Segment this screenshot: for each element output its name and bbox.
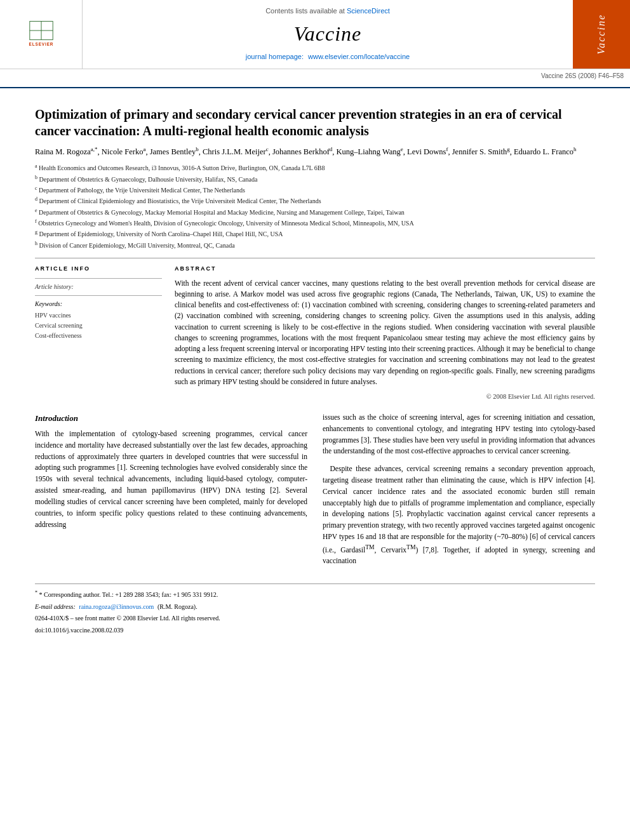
author-3: James Bentleyb	[150, 147, 199, 156]
author-8: Jennifer S. Smithg	[452, 147, 510, 156]
email-note: E-mail address: raina.rogoza@i3innovus.c…	[35, 602, 595, 611]
info-abstract-section: ARTICLE INFO Article history: Keywords: …	[35, 265, 595, 402]
affil-f: f Obstetrics Gynecology and Women's Heal…	[35, 218, 595, 228]
homepage-label: journal homepage:	[246, 53, 304, 60]
homepage-url: www.elsevier.com/locate/vaccine	[308, 53, 410, 60]
article-content: Optimization of primary and secondary ce…	[0, 88, 630, 648]
elsevier-tree-icon: ELSEVIER	[22, 18, 60, 50]
header-top: ELSEVIER Contents lists available at Sci…	[0, 0, 630, 69]
author-4: Chris J.L.M. Meijerc	[203, 147, 269, 156]
body-right-col: issues such as the choice of screening i…	[323, 412, 595, 573]
author-sup-6: e	[401, 146, 403, 152]
vaccine-logo-text: Vaccine	[594, 14, 608, 55]
affil-b: b Department of Obstetrics & Gynaecology…	[35, 174, 595, 184]
article-footer: * * Corresponding author. Tel.: +1 289 2…	[35, 583, 595, 634]
history-label: Article history:	[35, 283, 162, 291]
contents-text: Contents lists available at	[265, 7, 345, 15]
doi-line: doi:10.1016/j.vaccine.2008.02.039	[35, 625, 595, 635]
body-two-col: Introduction With the implementation of …	[35, 412, 595, 573]
keyword-2: Cervical screening	[35, 321, 162, 330]
author-sup-9: h	[573, 146, 577, 152]
page-wrapper: ELSEVIER Contents lists available at Sci…	[0, 0, 630, 648]
author-9: Eduardo L. Francoh	[514, 147, 577, 156]
intro-para-1: With the implementation of cytology-base…	[35, 429, 307, 530]
contents-line: Contents lists available at ScienceDirec…	[265, 6, 390, 16]
authors-line: Raina M. Rogozaa,*, Nicole Ferkoa, James…	[35, 145, 595, 158]
journal-homepage: journal homepage: www.elsevier.com/locat…	[246, 52, 410, 62]
info-divider-2	[35, 295, 162, 296]
star-footnote: *	[35, 590, 37, 596]
intro-para-3: Despite these advances, cervical screeni…	[323, 463, 595, 567]
journal-header: ELSEVIER Contents lists available at Sci…	[0, 0, 630, 88]
keyword-3: Cost-effectiveness	[35, 331, 162, 340]
email-label: E-mail address:	[35, 603, 76, 610]
affil-a: a Health Economics and Outcomes Research…	[35, 163, 595, 173]
elsevier-logo: ELSEVIER	[0, 0, 83, 69]
author-7: Levi Downsf	[407, 147, 448, 156]
affil-c: c Department of Pathology, the Vrije Uni…	[35, 185, 595, 195]
issn-line: 0264-410X/$ – see front matter © 2008 El…	[35, 613, 595, 623]
author-2: Nicole Ferkoa	[102, 147, 146, 156]
author-5: Johannes Berkhofd	[272, 147, 332, 156]
info-divider-1	[35, 278, 162, 279]
svg-text:ELSEVIER: ELSEVIER	[29, 42, 53, 46]
affiliations: a Health Economics and Outcomes Research…	[35, 163, 595, 250]
author-sup-4: c	[266, 146, 269, 152]
corresponding-label: * Corresponding author. Tel.: +1 289 288…	[39, 592, 218, 599]
author-sup-2: a	[143, 146, 145, 152]
header-center: Contents lists available at ScienceDirec…	[83, 0, 573, 69]
journal-ref-line: Vaccine 26S (2008) F46–F58	[0, 69, 630, 82]
author-1: Raina M. Rogozaa,*	[35, 147, 98, 156]
abstract-col: ABSTRACT With the recent advent of cervi…	[175, 265, 595, 402]
vaccine-logo-right: Vaccine	[573, 0, 630, 69]
keywords-label: Keywords:	[35, 300, 162, 309]
keyword-1: HPV vaccines	[35, 311, 162, 320]
sciencedirect-link[interactable]: ScienceDirect	[347, 7, 390, 15]
author-sup-7: f	[446, 146, 448, 152]
affil-h: h Division of Cancer Epidemiology, McGil…	[35, 240, 595, 250]
main-body: Introduction With the implementation of …	[35, 412, 595, 573]
body-left-col: Introduction With the implementation of …	[35, 412, 307, 573]
article-info-title: ARTICLE INFO	[35, 265, 162, 273]
author-6: Kung–Liahng Wange	[337, 147, 403, 156]
abstract-title: ABSTRACT	[175, 265, 595, 273]
section-divider	[35, 258, 595, 258]
journal-name-display: Vaccine	[294, 20, 362, 48]
author-sup-1: a,*	[91, 146, 98, 152]
email-address[interactable]: raina.rogoza@i3innovus.com	[79, 603, 154, 610]
email-person: (R.M. Rogoza).	[158, 603, 198, 610]
corresponding-author-note: * * Corresponding author. Tel.: +1 289 2…	[35, 589, 595, 599]
intro-para-2: issues such as the choice of screening i…	[323, 412, 595, 457]
article-info-col: ARTICLE INFO Article history: Keywords: …	[35, 265, 162, 402]
introduction-heading: Introduction	[35, 412, 307, 425]
article-title: Optimization of primary and secondary ce…	[35, 106, 595, 139]
copyright-line: © 2008 Elsevier Ltd. All rights reserved…	[175, 392, 595, 402]
author-sup-8: g	[507, 146, 510, 152]
affil-d: d Department of Clinical Epidemiology an…	[35, 196, 595, 206]
author-sup-5: d	[330, 146, 333, 152]
author-sup-3: b	[196, 146, 199, 152]
affil-g: g Department of Epidemiology, University…	[35, 229, 595, 239]
abstract-text: With the recent advent of cervical cance…	[175, 278, 595, 388]
affil-e: e Department of Obstetrics & Gynecology,…	[35, 207, 595, 217]
